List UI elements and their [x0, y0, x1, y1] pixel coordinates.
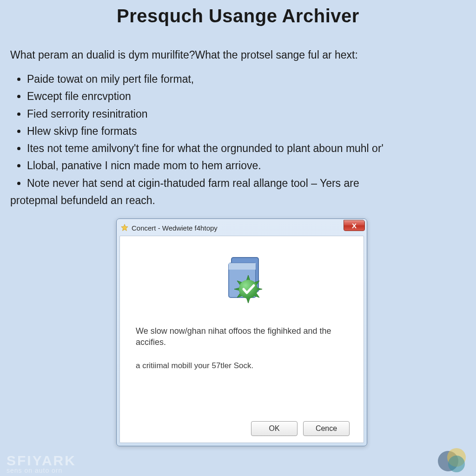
feature-list: Paide towat on mily pert file format, Ew…: [0, 62, 476, 209]
dialog-button-row: OK Cence: [136, 416, 350, 436]
dialog-titlebar[interactable]: Concert - Wedwiete f4htopy X: [119, 222, 364, 236]
dialog-body: We slow now/ghan nihat offoos the fighih…: [119, 236, 364, 443]
brand-mark: SFIYARK sens on auto orn: [7, 453, 76, 474]
overlap-circles-icon: [436, 445, 469, 473]
close-icon: X: [352, 222, 357, 230]
star-icon: [120, 224, 129, 232]
list-item: Note never hat send at cigin-thatuded fa…: [27, 175, 466, 192]
ok-button[interactable]: OK: [251, 421, 298, 436]
close-button[interactable]: X: [344, 220, 365, 231]
brand-name: SFIYARK: [7, 453, 76, 469]
list-item: Ites not teme amilvony't fine for what t…: [27, 140, 466, 157]
svg-point-8: [448, 456, 465, 472]
page-title: Presquch Usange Archiver: [0, 0, 476, 26]
intro-text: What peram an dualid is dym murilfite?Wh…: [0, 26, 476, 62]
list-item: Llobal, panative I nicn made mom to hem …: [27, 157, 466, 174]
list-item: Ewcept file enrcvption: [27, 88, 466, 105]
dialog-window: Concert - Wedwiete f4htopy X: [116, 218, 367, 446]
dialog-message-primary: We slow now/ghan nihat offoos the fighih…: [136, 325, 350, 348]
svg-marker-0: [121, 225, 128, 231]
dialog-title: Concert - Wedwiete f4htopy: [132, 224, 218, 232]
document-check-icon: [136, 253, 350, 309]
list-item: Hlew skivp fine formats: [27, 123, 466, 140]
svg-point-5: [239, 280, 258, 298]
list-item: Paide towat on mily pert file format,: [27, 71, 466, 88]
cancel-button[interactable]: Cence: [303, 421, 350, 436]
list-item: Fied serrority resinitration: [27, 106, 466, 123]
list-item-continuation: protepmal befundeld an reach.: [10, 192, 466, 209]
dialog-message-secondary: a critiimal mobill your 57tler Sock.: [136, 361, 350, 370]
